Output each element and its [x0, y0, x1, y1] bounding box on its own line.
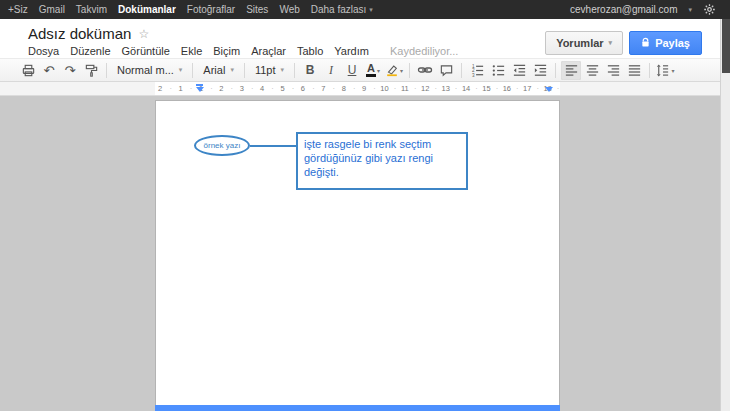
chevron-down-icon: ▾: [179, 66, 183, 74]
right-indent-marker[interactable]: [545, 87, 553, 92]
document-canvas: örnek yazı işte rasgele bi renk seçtim g…: [0, 96, 720, 411]
topbar-link-dokumanlar[interactable]: Dokümanlar: [118, 4, 176, 15]
ruler-number: 9: [354, 82, 374, 95]
callout-text: işte rasgele bi renk seçtim gördüğünüz g…: [304, 138, 433, 178]
menu-duzenle[interactable]: Düzenle: [70, 45, 110, 57]
topbar-link-more[interactable]: Daha fazlası ▾: [311, 4, 373, 15]
underline-button[interactable]: U: [342, 61, 362, 80]
bulleted-list-icon[interactable]: [488, 61, 508, 80]
menu-dosya[interactable]: Dosya: [28, 45, 59, 57]
document-title[interactable]: Adsız doküman: [28, 25, 131, 42]
left-indent-marker[interactable]: [196, 84, 204, 92]
comments-button[interactable]: Yorumlar ▾: [545, 31, 623, 55]
ruler-number: 2: [150, 82, 170, 95]
circled-text-shape[interactable]: örnek yazı: [194, 135, 250, 156]
font-dropdown-value: Arial: [203, 64, 225, 76]
ruler-number: 13: [435, 82, 455, 95]
vertical-scrollbar[interactable]: [720, 19, 730, 411]
outdent-icon[interactable]: [509, 61, 529, 80]
toolbar-separator: [409, 63, 410, 78]
topbar-link-fotograflar[interactable]: Fotoğraflar: [187, 4, 235, 15]
align-justify-icon[interactable]: [624, 61, 644, 80]
toolbar-separator: [461, 63, 462, 78]
chevron-down-icon: ▾: [369, 6, 373, 14]
star-icon[interactable]: ☆: [138, 27, 149, 41]
numbered-list-icon[interactable]: 123: [467, 61, 487, 80]
ruler-number: 10: [374, 82, 394, 95]
callout-box[interactable]: işte rasgele bi renk seçtim gördüğünüz g…: [296, 132, 468, 190]
highlight-color-button[interactable]: ▾: [384, 61, 404, 80]
gear-icon[interactable]: [703, 3, 716, 16]
undo-glyph: ↶: [44, 64, 55, 77]
topbar-link-web[interactable]: Web: [279, 4, 299, 15]
print-icon[interactable]: [18, 61, 38, 80]
comments-button-label: Yorumlar: [556, 37, 603, 49]
ruler-number: 5: [272, 82, 292, 95]
align-center-icon[interactable]: [582, 61, 602, 80]
svg-text:3: 3: [471, 72, 474, 77]
insert-comment-icon[interactable]: [436, 61, 456, 80]
indent-icon[interactable]: [530, 61, 550, 80]
ruler-number: 12: [415, 82, 435, 95]
styles-dropdown-value: Normal m...: [117, 64, 174, 76]
ruler-number: 6: [293, 82, 313, 95]
selected-region-strip[interactable]: [155, 405, 560, 411]
line-spacing-icon[interactable]: ▾: [655, 61, 675, 80]
chevron-down-icon: ▾: [377, 67, 380, 74]
ruler-number: 14: [456, 82, 476, 95]
menu-goruntule[interactable]: Görüntüle: [122, 45, 170, 57]
lock-icon: [641, 37, 650, 50]
ruler-number: 16: [497, 82, 517, 95]
circled-text: örnek yazı: [204, 141, 241, 150]
styles-dropdown[interactable]: Normal m... ▾: [112, 64, 187, 76]
paint-format-icon[interactable]: [81, 61, 101, 80]
toolbar-separator: [294, 63, 295, 78]
topbar-link-plus-siz[interactable]: +Siz: [8, 4, 28, 15]
menu-ekle[interactable]: Ekle: [181, 45, 202, 57]
topbar-link-sites[interactable]: Sites: [246, 4, 268, 15]
ruler-scale: 21123456789101112131415161718: [150, 82, 558, 95]
horizontal-ruler: 21123456789101112131415161718: [0, 82, 720, 96]
menu-araclar[interactable]: Araçlar: [251, 45, 286, 57]
font-size-dropdown-value: 11pt: [255, 64, 276, 76]
underline-glyph: U: [348, 63, 357, 77]
redo-icon[interactable]: ↷: [60, 61, 80, 80]
chevron-down-icon: ▾: [671, 67, 674, 74]
ruler-number: 1: [170, 82, 190, 95]
account-email[interactable]: cevherozan@gmail.com: [570, 4, 677, 15]
font-size-dropdown[interactable]: 11pt ▾: [250, 64, 289, 76]
google-bar: +Siz Gmail Takvim Dokümanlar Fotoğraflar…: [0, 0, 730, 19]
align-right-icon[interactable]: [603, 61, 623, 80]
document-page[interactable]: örnek yazı işte rasgele bi renk seçtim g…: [155, 100, 560, 411]
share-button[interactable]: Paylaş: [629, 31, 702, 55]
menu-tablo[interactable]: Tablo: [297, 45, 323, 57]
doc-header: Adsız doküman ☆ Dosya Düzenle Görüntüle …: [0, 19, 720, 58]
topbar-more-label: Daha fazlası: [311, 4, 367, 15]
chevron-down-icon: ▾: [280, 66, 284, 74]
bold-button[interactable]: B: [300, 61, 320, 80]
align-left-icon[interactable]: [561, 61, 581, 80]
ruler-number: 8: [334, 82, 354, 95]
font-dropdown[interactable]: Arial ▾: [198, 64, 239, 76]
redo-glyph: ↷: [65, 64, 76, 77]
connector-line[interactable]: [250, 145, 296, 147]
topbar-link-takvim[interactable]: Takvim: [76, 4, 107, 15]
topbar-link-gmail[interactable]: Gmail: [39, 4, 65, 15]
scrollbar-thumb[interactable]: [722, 19, 730, 73]
ruler-number: 7: [313, 82, 333, 95]
chevron-down-icon: ▾: [609, 39, 613, 47]
menu-yardim[interactable]: Yardım: [334, 45, 369, 57]
undo-icon[interactable]: ↶: [39, 61, 59, 80]
ruler-number: 2: [211, 82, 231, 95]
text-color-button[interactable]: A▾: [363, 61, 383, 80]
chevron-down-icon: ▾: [688, 6, 692, 14]
insert-link-icon[interactable]: [415, 61, 435, 80]
italic-button[interactable]: I: [321, 61, 341, 80]
ruler-number: 4: [252, 82, 272, 95]
chevron-down-icon: ▾: [230, 66, 234, 74]
toolbar-separator: [192, 63, 193, 78]
header-buttons: Yorumlar ▾ Paylaş: [545, 31, 702, 55]
text-color-glyph: A: [366, 63, 376, 78]
menu-bicim[interactable]: Biçim: [213, 45, 240, 57]
ruler-number: 17: [517, 82, 537, 95]
